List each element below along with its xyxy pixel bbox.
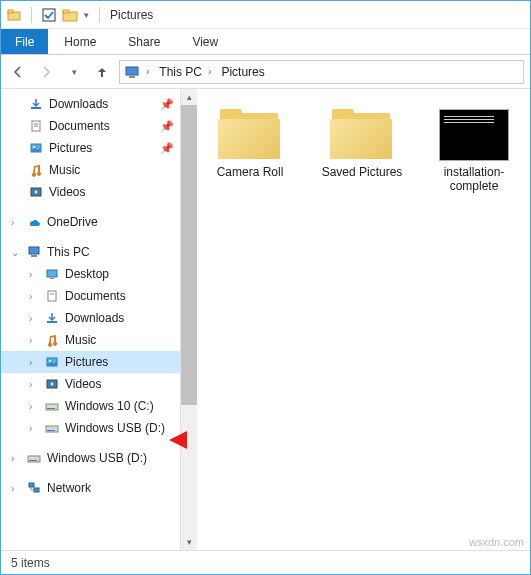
item-label: Documents xyxy=(49,119,110,133)
svg-rect-2 xyxy=(43,9,55,21)
pc-downloads[interactable]: ›Downloads xyxy=(1,307,180,329)
tree-network[interactable]: › Network xyxy=(1,477,180,499)
pin-icon: 📌 xyxy=(160,142,174,155)
svg-point-12 xyxy=(33,146,35,148)
svg-rect-26 xyxy=(46,426,58,432)
item-label: Documents xyxy=(65,289,126,303)
svg-rect-7 xyxy=(31,107,41,109)
tree-onedrive[interactable]: › OneDrive xyxy=(1,211,180,233)
network-icon xyxy=(27,482,43,494)
content-area[interactable]: Camera Roll Saved Pictures installation-… xyxy=(197,89,530,550)
pc-drive-c[interactable]: ›Windows 10 (C:) xyxy=(1,395,180,417)
downloads-icon xyxy=(29,97,45,111)
item-label: installation-complete xyxy=(429,165,519,194)
chevron-right-icon[interactable]: › xyxy=(11,217,23,228)
tab-share[interactable]: Share xyxy=(112,29,176,54)
svg-rect-6 xyxy=(129,76,135,78)
statusbar: 5 items xyxy=(1,550,530,574)
svg-rect-27 xyxy=(47,430,55,431)
pc-videos[interactable]: ›Videos xyxy=(1,373,180,395)
tree-thispc[interactable]: ⌄ This PC xyxy=(1,241,180,263)
item-label: Music xyxy=(65,333,96,347)
tab-file[interactable]: File xyxy=(1,29,48,54)
qa-documents[interactable]: Documents 📌 xyxy=(1,115,180,137)
item-label: Saved Pictures xyxy=(322,165,403,179)
item-label: Pictures xyxy=(49,141,92,155)
scroll-thumb[interactable] xyxy=(181,105,197,405)
svg-rect-20 xyxy=(47,321,57,323)
onedrive-icon xyxy=(27,216,43,228)
item-label: Videos xyxy=(65,377,101,391)
nav-forward-button[interactable] xyxy=(35,61,57,83)
item-label: Pictures xyxy=(65,355,108,369)
folder-cameraroll[interactable]: Camera Roll xyxy=(205,109,295,179)
item-label: Windows 10 (C:) xyxy=(65,399,154,413)
item-label: Music xyxy=(49,163,80,177)
desktop-icon xyxy=(45,268,61,280)
pc-icon xyxy=(27,246,43,258)
drive-icon xyxy=(45,400,61,412)
pc-pictures[interactable]: ›Pictures xyxy=(1,351,180,373)
chevron-right-icon[interactable]: › xyxy=(11,483,23,494)
item-label: Downloads xyxy=(65,311,124,325)
usb-drive-icon xyxy=(27,452,43,464)
nav-recent-dropdown[interactable]: ▾ xyxy=(63,61,85,83)
crumb-chevron[interactable]: › xyxy=(142,66,153,77)
usb-drive-icon xyxy=(45,422,61,434)
qa-videos[interactable]: Videos xyxy=(1,181,180,203)
divider xyxy=(31,7,32,23)
qat-dropdown-icon[interactable]: ▾ xyxy=(84,10,89,20)
file-installation-complete[interactable]: installation-complete xyxy=(429,109,519,194)
image-thumbnail xyxy=(439,109,509,161)
window-title: Pictures xyxy=(110,8,153,22)
svg-point-22 xyxy=(49,360,51,362)
tab-view[interactable]: View xyxy=(176,29,234,54)
chevron-down-icon[interactable]: ⌄ xyxy=(11,247,23,258)
chevron-right-icon[interactable]: › xyxy=(11,453,23,464)
svg-rect-25 xyxy=(47,408,55,409)
folder-savedpictures[interactable]: Saved Pictures xyxy=(317,109,407,179)
nav-back-button[interactable] xyxy=(7,61,29,83)
svg-rect-17 xyxy=(50,278,54,279)
scroll-down-icon[interactable]: ▾ xyxy=(181,534,197,550)
pc-drive-d[interactable]: ›Windows USB (D:) xyxy=(1,417,180,439)
folder-icon xyxy=(218,109,282,161)
svg-rect-18 xyxy=(48,291,56,301)
item-label: Camera Roll xyxy=(217,165,284,179)
svg-rect-16 xyxy=(47,270,57,277)
videos-icon xyxy=(29,185,45,199)
item-label: This PC xyxy=(47,245,90,259)
item-label: Desktop xyxy=(65,267,109,281)
qat-checkbox-icon[interactable] xyxy=(42,8,56,22)
svg-rect-5 xyxy=(126,67,138,75)
body: Downloads 📌 Documents 📌 Pictures 📌 Music… xyxy=(1,89,530,550)
crumb-thispc[interactable]: This PC› xyxy=(155,65,215,79)
tab-home[interactable]: Home xyxy=(48,29,112,54)
nav-up-button[interactable] xyxy=(91,61,113,83)
item-label: Downloads xyxy=(49,97,108,111)
pc-documents[interactable]: ›Documents xyxy=(1,285,180,307)
svg-rect-14 xyxy=(29,247,39,254)
qa-downloads[interactable]: Downloads 📌 xyxy=(1,93,180,115)
titlebar: ▾ Pictures xyxy=(1,1,530,29)
music-icon xyxy=(45,333,61,347)
tree-usb[interactable]: › Windows USB (D:) xyxy=(1,447,180,469)
qat-folder-icon[interactable] xyxy=(62,8,78,22)
item-label: Videos xyxy=(49,185,85,199)
videos-icon xyxy=(45,377,61,391)
crumb-pictures[interactable]: Pictures xyxy=(217,65,268,79)
address-bar[interactable]: › This PC› Pictures xyxy=(119,60,524,84)
svg-rect-1 xyxy=(8,10,13,13)
item-label: Windows USB (D:) xyxy=(47,451,147,465)
pc-desktop[interactable]: ›Desktop xyxy=(1,263,180,285)
downloads-icon xyxy=(45,311,61,325)
qa-pictures[interactable]: Pictures 📌 xyxy=(1,137,180,159)
scroll-up-icon[interactable]: ▴ xyxy=(181,89,197,105)
svg-rect-31 xyxy=(34,488,39,492)
nav-scrollbar[interactable]: ▴ ▾ xyxy=(181,89,197,550)
qa-music[interactable]: Music xyxy=(1,159,180,181)
pc-music[interactable]: ›Music xyxy=(1,329,180,351)
item-label: Network xyxy=(47,481,91,495)
documents-icon xyxy=(29,119,45,133)
svg-rect-4 xyxy=(63,10,69,13)
